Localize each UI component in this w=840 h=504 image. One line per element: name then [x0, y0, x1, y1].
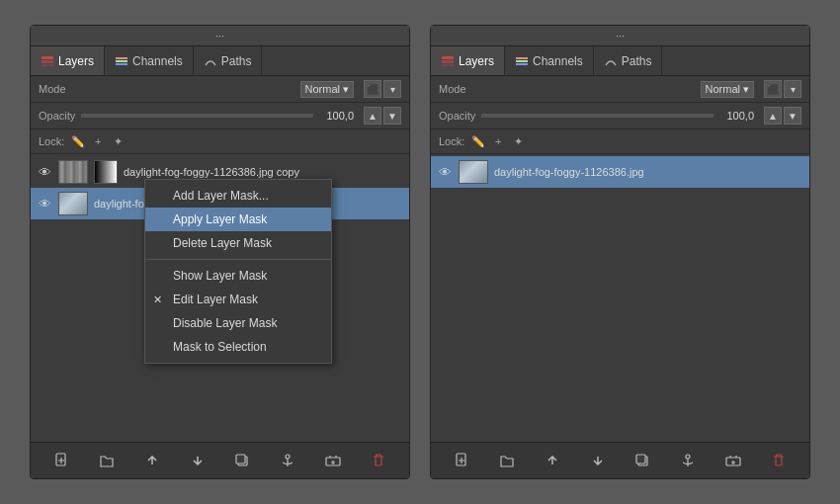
- left-tab-channels[interactable]: Channels: [105, 46, 194, 75]
- right-title-dots: ···: [616, 30, 625, 42]
- paths-icon: [204, 54, 217, 68]
- left-layer-orig-thumb: [58, 192, 88, 215]
- right-mode-row: Mode Normal ▾ ⬛ ▾: [431, 76, 809, 103]
- left-btn-anchor[interactable]: [276, 449, 299, 472]
- left-mode-icons: ⬛ ▾: [364, 80, 401, 98]
- left-opacity-value: 100,0: [319, 110, 354, 122]
- ctx-apply-layer-mask[interactable]: Apply Layer Mask: [145, 208, 331, 231]
- right-lock-add-icon[interactable]: +: [490, 133, 506, 149]
- ctx-disable-layer-mask[interactable]: Disable Layer Mask: [145, 311, 331, 335]
- right-lock-cross-icon[interactable]: ✦: [510, 133, 526, 149]
- left-btn-duplicate[interactable]: [230, 449, 254, 472]
- right-tab-channels[interactable]: Channels: [505, 46, 594, 75]
- right-panel: ··· Layers Channels Paths Mod: [430, 25, 810, 479]
- right-mode-icons: ⬛ ▾: [764, 80, 801, 98]
- left-mode-value: Normal: [305, 83, 340, 95]
- right-opacity-up[interactable]: ▲: [764, 107, 782, 125]
- right-mode-select[interactable]: Normal ▾: [701, 81, 754, 98]
- left-btn-new-layer[interactable]: [321, 449, 345, 472]
- left-opacity-slider[interactable]: [81, 114, 313, 118]
- left-mode-label: Mode: [39, 83, 66, 95]
- left-btn-delete[interactable]: [367, 449, 390, 472]
- ctx-delete-layer-mask[interactable]: Delete Layer Mask: [145, 231, 331, 255]
- svg-rect-8: [236, 455, 245, 463]
- left-tab-channels-label: Channels: [132, 54, 183, 68]
- right-panel-tabs: Layers Channels Paths: [431, 46, 809, 76]
- right-panel-bottom: [431, 442, 809, 478]
- right-tab-layers[interactable]: Layers: [431, 46, 505, 75]
- svg-rect-3: [116, 57, 127, 59]
- ctx-edit-check: ✕: [153, 294, 162, 306]
- right-new-file-icon: [454, 453, 469, 468]
- right-btn-duplicate[interactable]: [630, 449, 654, 472]
- svg-rect-2: [42, 64, 53, 66]
- right-tab-channels-label: Channels: [533, 54, 583, 68]
- ctx-edit-label: Edit Layer Mask: [173, 293, 258, 306]
- right-mode-label: Mode: [439, 83, 466, 95]
- svg-rect-12: [442, 60, 454, 63]
- right-opacity-down[interactable]: ▼: [784, 107, 801, 125]
- right-opacity-label: Opacity: [439, 110, 475, 122]
- right-btn-down[interactable]: [586, 449, 610, 472]
- right-lock-pixel-icon[interactable]: ✏️: [470, 133, 486, 149]
- left-tab-layers-label: Layers: [58, 54, 94, 68]
- right-duplicate-icon: [634, 453, 650, 468]
- right-layer-visibility[interactable]: 👁: [437, 164, 453, 180]
- left-btn-new-file[interactable]: [49, 449, 73, 472]
- left-mode-icon1[interactable]: ⬛: [364, 80, 381, 98]
- right-opacity-slider[interactable]: [481, 114, 714, 118]
- left-tab-paths-label: Paths: [221, 54, 252, 68]
- right-btn-anchor[interactable]: [676, 449, 700, 472]
- left-layer-orig-visibility[interactable]: 👁: [37, 196, 52, 211]
- left-btn-up[interactable]: [140, 449, 164, 472]
- svg-point-20: [686, 455, 690, 459]
- svg-rect-0: [42, 56, 53, 59]
- right-layers-list: 👁 daylight-fog-foggy-1126386.jpg: [431, 154, 809, 442]
- left-tab-layers[interactable]: Layers: [31, 46, 105, 75]
- ctx-add-layer-mask[interactable]: Add Layer Mask...: [145, 184, 331, 208]
- svg-rect-1: [42, 60, 53, 63]
- ctx-edit-layer-mask[interactable]: ✕ Edit Layer Mask: [145, 288, 331, 311]
- ctx-mask-to-selection[interactable]: Mask to Selection: [145, 335, 331, 359]
- left-opacity-up[interactable]: ▲: [364, 107, 381, 125]
- left-mode-icon2[interactable]: ▾: [383, 80, 401, 98]
- right-tab-layers-label: Layers: [459, 54, 494, 68]
- right-btn-up[interactable]: [541, 449, 564, 472]
- left-lock-row: Lock: ✏️ + ✦: [31, 129, 409, 154]
- right-mode-icon1[interactable]: ⬛: [764, 80, 782, 98]
- left-layer-copy-thumb: [58, 160, 88, 184]
- left-mode-row: Mode Normal ▾ ⬛ ▾: [31, 76, 409, 103]
- right-tab-paths[interactable]: Paths: [594, 46, 663, 75]
- right-btn-open[interactable]: [495, 449, 519, 472]
- right-btn-new-layer[interactable]: [721, 449, 745, 472]
- right-layer-item-original[interactable]: 👁 daylight-fog-foggy-1126386.jpg: [431, 156, 809, 188]
- ctx-show-layer-mask[interactable]: Show Layer Mask: [145, 264, 331, 288]
- right-layer-name: daylight-fog-foggy-1126386.jpg: [494, 166, 803, 178]
- right-opacity-value: 100,0: [719, 110, 754, 122]
- right-lock-label: Lock:: [439, 135, 464, 147]
- ctx-add-label: Add Layer Mask...: [173, 189, 269, 203]
- lock-add-icon[interactable]: +: [90, 133, 106, 149]
- lock-cross-icon[interactable]: ✦: [110, 133, 126, 149]
- left-layer-copy-visibility[interactable]: 👁: [37, 164, 52, 180]
- right-btn-delete[interactable]: [767, 449, 791, 472]
- ctx-separator-1: [145, 259, 331, 260]
- lock-pixel-icon[interactable]: ✏️: [70, 133, 86, 149]
- left-mode-select[interactable]: Normal ▾: [300, 81, 354, 98]
- left-opacity-label: Opacity: [39, 110, 75, 122]
- new-layer-icon: [325, 453, 341, 468]
- right-mode-value: Normal: [706, 83, 740, 95]
- left-tab-paths[interactable]: Paths: [194, 46, 263, 75]
- right-btn-new-file[interactable]: [450, 449, 473, 472]
- left-btn-down[interactable]: [186, 449, 210, 472]
- folder-icon: [99, 453, 115, 468]
- right-anchor-icon: [680, 453, 696, 468]
- left-opacity-row: Opacity 100,0 ▲ ▼: [31, 103, 409, 129]
- left-btn-open[interactable]: [95, 449, 119, 472]
- right-lock-row: Lock: ✏️ + ✦: [431, 129, 809, 154]
- right-delete-icon: [771, 453, 787, 468]
- right-layer-thumb: [459, 160, 488, 184]
- left-opacity-down[interactable]: ▼: [383, 107, 401, 125]
- right-down-icon: [590, 453, 606, 468]
- right-mode-icon2[interactable]: ▾: [784, 80, 801, 98]
